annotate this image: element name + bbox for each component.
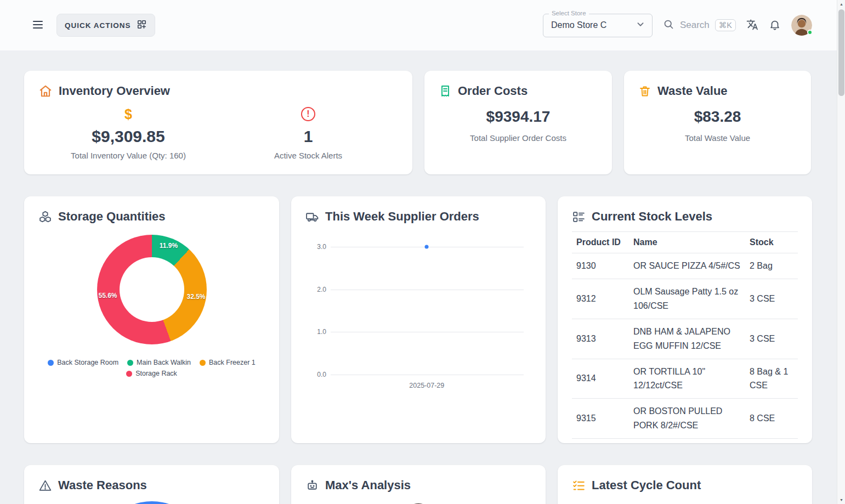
dashboard-grid-icon bbox=[137, 19, 147, 31]
table-row: 9315 OR BOSTON PULLED PORK 8/2#/CSE 8 CS… bbox=[572, 399, 798, 439]
notifications-button[interactable] bbox=[769, 19, 781, 32]
search-button[interactable]: Search ⌘K bbox=[663, 19, 736, 32]
column-stock: Stock bbox=[745, 232, 798, 253]
cell-stock: 8 Bag & 1 CSE bbox=[745, 359, 798, 399]
search-shortcut-badge: ⌘K bbox=[715, 19, 736, 31]
y-tick-2: 2.0 bbox=[308, 286, 326, 293]
language-button[interactable] bbox=[746, 19, 758, 32]
cell-name: OLM Sausage Patty 1.5 oz 106/CSE bbox=[629, 279, 745, 319]
robot-icon bbox=[305, 479, 319, 492]
store-select-value: Demo Store C bbox=[551, 20, 606, 30]
cell-stock: 3 CSE bbox=[745, 279, 798, 319]
column-name: Name bbox=[629, 232, 745, 253]
inventory-overview-title: Inventory Overview bbox=[59, 84, 170, 98]
receipt-icon bbox=[439, 84, 452, 98]
bell-icon bbox=[769, 19, 781, 32]
scroll-up-arrow[interactable]: ▲ bbox=[837, 0, 845, 8]
storage-quantities-title: Storage Quantities bbox=[58, 209, 166, 224]
legend-item-main-back-walkin[interactable]: Main Back Walkin bbox=[127, 359, 191, 366]
store-select[interactable]: Select Store Demo Store C bbox=[543, 14, 653, 37]
legend-line-1: Back Storage Room Main Back Walkin Back … bbox=[48, 359, 256, 366]
slice-label-storage-rack: 55.6% bbox=[98, 292, 117, 299]
summary-row: Inventory Overview $ $9,309.85 Total Inv… bbox=[24, 71, 820, 174]
supplier-orders-card: This Week Supplier Orders 3.0 2.0 1.0 0.… bbox=[291, 196, 546, 443]
cell-product-id: 9313 bbox=[572, 319, 629, 359]
legend-dot-green bbox=[127, 360, 133, 366]
legend-line-2: Storage Rack bbox=[126, 370, 177, 377]
slice-label-back-freezer-1: 32.5% bbox=[186, 293, 205, 301]
donut-hole bbox=[120, 257, 184, 322]
cell-stock: 3 CSE bbox=[745, 319, 798, 359]
cell-product-id: 9315 bbox=[572, 399, 629, 439]
table-row: 9312 OLM Sausage Patty 1.5 oz 106/CSE 3 … bbox=[572, 279, 798, 319]
scrollbar-thumb[interactable] bbox=[838, 9, 844, 96]
boxes-icon bbox=[38, 210, 52, 224]
quick-actions-button[interactable]: QUICK ACTIONS bbox=[56, 14, 155, 37]
table-row: 9314 OR TORTILLA 10" 12/12ct/CSE 8 Bag &… bbox=[572, 359, 798, 399]
total-inventory-label: Total Inventory Value (Qty: 160) bbox=[71, 151, 186, 160]
cell-product-id: 9130 bbox=[572, 253, 629, 279]
cell-stock: 2 Bag bbox=[745, 253, 798, 279]
quick-actions-label: QUICK ACTIONS bbox=[65, 21, 131, 30]
gridline bbox=[331, 332, 524, 332]
max-analysis-card: Max's Analysis bbox=[291, 465, 546, 504]
storage-quantities-card: Storage Quantities 11.9% 32.5% 55.6% Bac… bbox=[24, 196, 279, 443]
inventory-stats: $ $9,309.85 Total Inventory Value (Qty: … bbox=[38, 106, 398, 160]
stock-alerts-count: 1 bbox=[304, 127, 313, 146]
supplier-orders-chart: 3.0 2.0 1.0 0.0 2025-07-29 bbox=[331, 247, 524, 375]
supplier-orders-title-row: This Week Supplier Orders bbox=[305, 209, 531, 224]
cell-product-id: 9314 bbox=[572, 359, 629, 399]
legend-item-back-freezer-1[interactable]: Back Freezer 1 bbox=[200, 359, 256, 366]
total-inventory-stat: $ $9,309.85 Total Inventory Value (Qty: … bbox=[38, 106, 218, 160]
cell-name: OR SAUCE PIZZA 4/5#/CS bbox=[629, 253, 745, 279]
cell-name: OR TORTILLA 10" 12/12ct/CSE bbox=[629, 359, 745, 399]
stock-alerts-stat: ! 1 Active Stock Alerts bbox=[218, 106, 398, 160]
scroll-down-arrow[interactable]: ▼ bbox=[837, 496, 845, 504]
max-analysis-title-row: Max's Analysis bbox=[305, 478, 531, 492]
storage-quantities-legend: Back Storage Room Main Back Walkin Back … bbox=[38, 359, 265, 377]
stock-levels-title-row: Current Stock Levels bbox=[572, 209, 798, 224]
x-tick-date: 2025-07-29 bbox=[409, 382, 444, 389]
table-row: 9130 OR SAUCE PIZZA 4/5#/CS 2 Bag bbox=[572, 253, 798, 279]
y-tick-3: 3.0 bbox=[308, 243, 326, 251]
legend-dot-amber bbox=[200, 360, 206, 366]
menu-button[interactable] bbox=[31, 18, 44, 33]
supplier-orders-point bbox=[425, 245, 429, 249]
current-stock-levels-card: Current Stock Levels Product ID Name Sto… bbox=[558, 196, 812, 443]
y-tick-0: 0.0 bbox=[308, 371, 326, 378]
y-tick-1: 1.0 bbox=[308, 328, 326, 336]
user-avatar[interactable] bbox=[791, 15, 812, 36]
legend-item-storage-rack[interactable]: Storage Rack bbox=[126, 370, 177, 377]
cycle-count-title: Latest Cycle Count bbox=[592, 478, 701, 492]
waste-value-card: Waste Value $83.28 Total Waste Value bbox=[624, 71, 811, 174]
translate-icon bbox=[746, 19, 758, 32]
storage-quantities-chart: 11.9% 32.5% 55.6% bbox=[97, 235, 207, 344]
gridline bbox=[331, 290, 524, 290]
cell-product-id: 9312 bbox=[572, 279, 629, 319]
slice-label-main-back-walkin: 11.9% bbox=[160, 242, 178, 250]
legend-dot-rose bbox=[126, 371, 132, 377]
list-checks-icon bbox=[572, 479, 586, 492]
stock-alerts-label: Active Stock Alerts bbox=[274, 151, 342, 160]
order-costs-value: $9394.17 bbox=[439, 108, 598, 126]
legend-item-back-storage-room[interactable]: Back Storage Room bbox=[48, 359, 118, 366]
vertical-scrollbar[interactable]: ▲ ▼ bbox=[837, 0, 845, 504]
storage-quantities-title-row: Storage Quantities bbox=[38, 209, 265, 224]
order-costs-card: Order Costs $9394.17 Total Supplier Orde… bbox=[424, 71, 612, 174]
supplier-orders-title: This Week Supplier Orders bbox=[325, 209, 479, 224]
truck-icon bbox=[305, 210, 319, 224]
search-placeholder: Search bbox=[680, 20, 710, 31]
charts-row: Storage Quantities 11.9% 32.5% 55.6% Bac… bbox=[24, 196, 820, 443]
inventory-overview-title-row: Inventory Overview bbox=[38, 84, 398, 98]
bottom-row: Waste Reasons Max's Analysis Latest Cycl… bbox=[24, 465, 820, 504]
cell-name: DNB HAM & JALAPENO EGG MUFFIN 12/CSE bbox=[629, 319, 745, 359]
chevron-down-icon bbox=[634, 18, 646, 32]
dashboard-content: Inventory Overview $ $9,309.85 Total Inv… bbox=[0, 50, 845, 504]
hamburger-icon bbox=[31, 18, 44, 33]
waste-reasons-donut bbox=[97, 501, 207, 504]
waste-value-amount: $83.28 bbox=[638, 108, 797, 126]
total-inventory-value: $9,309.85 bbox=[92, 127, 165, 146]
order-costs-title: Order Costs bbox=[458, 84, 528, 98]
warning-triangle-icon bbox=[38, 479, 52, 492]
waste-value-title: Waste Value bbox=[657, 84, 728, 98]
